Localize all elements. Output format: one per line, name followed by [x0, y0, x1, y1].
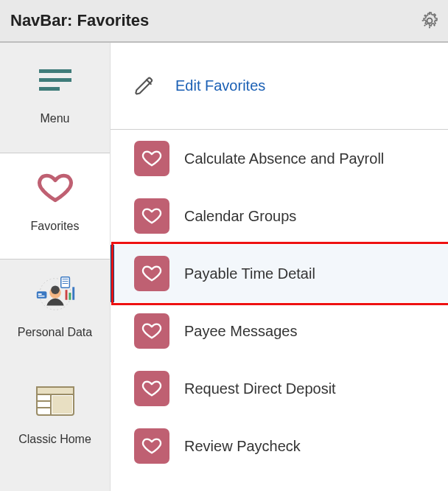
favorite-label: Calendar Groups	[184, 208, 296, 225]
favorite-label: Payable Time Detail	[184, 265, 315, 282]
personal-data-icon	[32, 271, 78, 317]
hamburger-icon	[32, 58, 78, 103]
favorite-item[interactable]: Payee Messages	[111, 302, 448, 360]
sidebar: Menu Favorites	[0, 43, 111, 491]
heart-icon	[134, 428, 169, 464]
sidebar-item-label: Classic Home	[18, 433, 91, 446]
edit-favorites-row[interactable]: Edit Favorites	[111, 43, 448, 130]
heart-outline-icon	[32, 165, 78, 211]
svg-rect-8	[38, 293, 41, 295]
heart-icon	[134, 313, 169, 349]
sidebar-item-personal-data[interactable]: Personal Data	[0, 260, 110, 366]
svg-rect-18	[37, 387, 74, 394]
favorite-label: Request Direct Deposit	[184, 380, 336, 397]
svg-rect-1	[39, 69, 71, 73]
pencil-icon	[134, 76, 155, 97]
favorite-item[interactable]: Review Paycheck	[111, 417, 448, 475]
svg-rect-22	[52, 396, 72, 414]
favorite-item-highlighted[interactable]: Payable Time Detail	[111, 245, 448, 302]
sidebar-item-favorites[interactable]: Favorites	[0, 153, 110, 260]
heart-icon	[134, 371, 169, 406]
edit-favorites-link[interactable]: Edit Favorites	[175, 77, 265, 94]
favorite-label: Payee Messages	[184, 323, 297, 340]
body: Menu Favorites	[0, 43, 448, 491]
favorite-item[interactable]: Calendar Groups	[111, 187, 448, 245]
svg-rect-3	[39, 87, 60, 91]
sidebar-item-menu[interactable]: Menu	[0, 46, 110, 153]
sidebar-item-label: Favorites	[31, 220, 80, 233]
svg-rect-15	[69, 293, 71, 300]
svg-rect-2	[39, 78, 71, 82]
navbar-title: NavBar: Favorites	[10, 11, 149, 30]
svg-rect-10	[60, 277, 69, 288]
sidebar-item-label: Menu	[40, 112, 69, 125]
sidebar-item-classic-home[interactable]: Classic Home	[0, 366, 110, 473]
heart-icon	[134, 198, 169, 234]
main-panel: Edit Favorites Calculate Absence and Pay…	[111, 43, 448, 491]
svg-rect-14	[65, 290, 67, 300]
sidebar-item-label: Personal Data	[18, 326, 92, 339]
gear-icon[interactable]	[420, 11, 439, 30]
svg-rect-16	[72, 287, 74, 299]
favorite-label: Review Paycheck	[184, 438, 301, 455]
heart-icon	[134, 256, 169, 291]
classic-home-icon	[32, 378, 78, 424]
navbar-header: NavBar: Favorites	[0, 0, 448, 43]
favorite-item[interactable]: Request Direct Deposit	[111, 360, 448, 417]
svg-point-6	[51, 285, 60, 294]
svg-rect-9	[38, 296, 44, 296]
favorite-label: Calculate Absence and Payroll	[184, 150, 384, 167]
heart-icon	[134, 141, 169, 176]
favorite-item[interactable]: Calculate Absence and Payroll	[111, 130, 448, 187]
